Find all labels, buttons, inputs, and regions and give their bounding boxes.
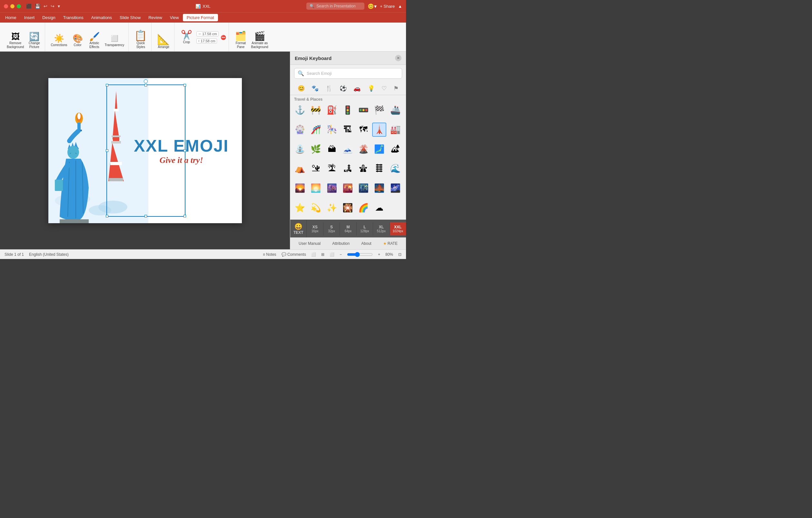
lock-aspect-icon[interactable]: ⛔ <box>221 35 226 40</box>
emoji-cell[interactable]: ⛺ <box>293 162 307 176</box>
emoji-cell[interactable]: 🏔 <box>325 142 339 156</box>
menu-design[interactable]: Design <box>38 14 59 21</box>
category-symbols[interactable]: ♡ <box>380 84 387 93</box>
slide-view-reading[interactable]: ⬜ <box>329 252 335 257</box>
transparency-button[interactable]: ◻️ Transparency <box>103 33 126 48</box>
category-sports[interactable]: ⚽ <box>339 84 348 93</box>
emoji-cell[interactable]: 🏗 <box>341 122 355 137</box>
remove-background-button[interactable]: 🖼 Remove Background <box>5 31 26 50</box>
emoji-cell[interactable]: 🏜 <box>309 162 323 176</box>
emoji-cell[interactable]: 🎇 <box>341 201 355 215</box>
emoji-cell[interactable]: 🛤 <box>372 162 386 176</box>
emoji-cell[interactable]: 🗺 <box>356 122 371 137</box>
emoji-cell[interactable]: ✨ <box>325 201 339 215</box>
format-pane-button[interactable]: 🗂️ Format Pane <box>233 31 249 50</box>
change-picture-button[interactable]: 🔄 Change Picture <box>26 31 42 50</box>
minimize-button[interactable] <box>10 4 14 8</box>
emoji-cell[interactable]: 🌊 <box>388 162 402 176</box>
emoji-cell[interactable]: ⛽ <box>325 103 339 117</box>
category-flags[interactable]: ⚑ <box>393 84 400 93</box>
emoji-cell[interactable]: 🌄 <box>293 181 307 196</box>
menu-home[interactable]: Home <box>1 14 20 21</box>
quick-styles-button[interactable]: 📋 Quick Styles <box>133 29 149 50</box>
emoji-cell[interactable]: 🌆 <box>325 181 339 196</box>
size-xl[interactable]: XL 512px <box>373 222 389 235</box>
emoji-cell[interactable]: ⛲ <box>293 142 307 156</box>
emoji-cell[interactable]: 🚦 <box>341 103 355 117</box>
handle-br[interactable] <box>183 215 186 218</box>
menu-slideshow[interactable]: Slide Show <box>116 14 144 21</box>
search-bar[interactable]: 🔍 <box>306 3 365 10</box>
fullscreen-button[interactable] <box>17 4 21 8</box>
zoom-slider[interactable] <box>347 252 373 257</box>
user-manual-link[interactable]: User Manual <box>297 240 322 247</box>
emoji-cell[interactable]: 🏁 <box>372 103 386 117</box>
attribution-link[interactable]: Attribution <box>330 240 351 247</box>
emoji-cell[interactable]: ☁ <box>372 201 386 215</box>
slide-view-grid[interactable]: ⊞ <box>321 252 324 257</box>
zoom-minus[interactable]: − <box>340 252 342 257</box>
height-input[interactable]: ↕ 17.58 cm <box>196 38 217 44</box>
artistic-effects-button[interactable]: 🖌️ Artistic Effects <box>86 31 103 50</box>
menu-transitions[interactable]: Transitions <box>59 14 87 21</box>
emoji-cell[interactable]: 🗼 <box>372 122 386 137</box>
emoji-cell[interactable]: 🎠 <box>325 122 339 137</box>
size-m[interactable]: M 64px <box>340 222 356 235</box>
emoji-cell[interactable]: 🏭 <box>388 122 402 137</box>
emoji-cell[interactable]: 🏞 <box>341 162 355 176</box>
sidebar-icon[interactable]: ⬛ <box>26 4 32 9</box>
size-xxl[interactable]: XXL 1024px <box>390 222 406 235</box>
category-animals[interactable]: 🐾 <box>311 84 320 93</box>
size-text[interactable]: 😀 TEXT <box>290 220 307 237</box>
animate-background-button[interactable]: 🎬 Animate as Background <box>250 31 270 50</box>
emoji-cell[interactable]: 🎢 <box>309 122 323 137</box>
emoji-cell[interactable]: 🏝 <box>325 162 339 176</box>
redo-icon[interactable]: ↪ <box>51 4 55 9</box>
emoji-cell[interactable]: 🌅 <box>309 181 323 196</box>
emoji-cell[interactable]: 🌿 <box>309 142 323 156</box>
handle-tr[interactable] <box>183 84 186 86</box>
emoji-cell[interactable]: 🚢 <box>388 103 402 117</box>
color-button[interactable]: 🎨 Color <box>70 33 86 48</box>
close-button[interactable] <box>4 4 8 8</box>
more-icon[interactable]: ▾ <box>58 4 60 9</box>
emoji-cell[interactable]: 🌈 <box>356 201 371 215</box>
category-food[interactable]: 🍴 <box>324 84 334 93</box>
category-travel[interactable]: 🚗 <box>352 84 361 93</box>
collapse-icon[interactable]: ▲ <box>398 4 402 9</box>
undo-icon[interactable]: ↩ <box>44 4 48 9</box>
notes-button[interactable]: ≡ Notes <box>263 252 277 257</box>
comments-button[interactable]: 💬 Comments <box>282 252 306 257</box>
menu-review[interactable]: Review <box>144 14 166 21</box>
rate-link[interactable]: ★ RATE <box>381 240 400 247</box>
emoji-cell[interactable]: 🚥 <box>356 103 371 117</box>
emoji-cell[interactable]: 🗻 <box>341 142 355 156</box>
slide-view-normal[interactable]: ⬜ <box>311 252 316 257</box>
emoji-cell[interactable]: 🚧 <box>309 103 323 117</box>
emoji-cell[interactable]: ⭐ <box>293 201 307 215</box>
menu-insert[interactable]: Insert <box>20 14 39 21</box>
emoji-search-input[interactable] <box>307 71 399 76</box>
emoji-cell[interactable]: ⚓ <box>293 103 307 117</box>
menu-animations[interactable]: Animations <box>87 14 116 21</box>
emoji-search-bar[interactable]: 🔍 <box>294 68 402 79</box>
emoji-cell[interactable]: 💫 <box>309 201 323 215</box>
size-l[interactable]: L 128px <box>357 222 373 235</box>
menu-picture-format[interactable]: Picture Format <box>183 14 218 21</box>
emoji-cell[interactable]: 🌌 <box>388 181 402 196</box>
zoom-plus[interactable]: + <box>378 252 380 257</box>
corrections-button[interactable]: ☀️ Corrections <box>49 33 69 48</box>
arrange-button[interactable]: 📐 Arrange <box>155 33 172 50</box>
emoji-close-button[interactable]: ✕ <box>395 55 402 61</box>
share-button[interactable]: + Share <box>380 4 395 9</box>
about-link[interactable]: About <box>359 240 373 247</box>
size-s[interactable]: S 32px <box>323 222 340 235</box>
emoji-cell[interactable]: 🌉 <box>372 181 386 196</box>
emoji-cell[interactable]: 🌋 <box>356 142 371 156</box>
emoji-cell[interactable]: 🏕 <box>388 142 402 156</box>
category-smiley[interactable]: 😊 <box>297 84 306 93</box>
emoji-cell[interactable]: 🌇 <box>341 181 355 196</box>
emoji-cell[interactable]: 🗾 <box>372 142 386 156</box>
menu-view[interactable]: View <box>166 14 183 21</box>
emoji-cell[interactable]: 🛣 <box>356 162 371 176</box>
